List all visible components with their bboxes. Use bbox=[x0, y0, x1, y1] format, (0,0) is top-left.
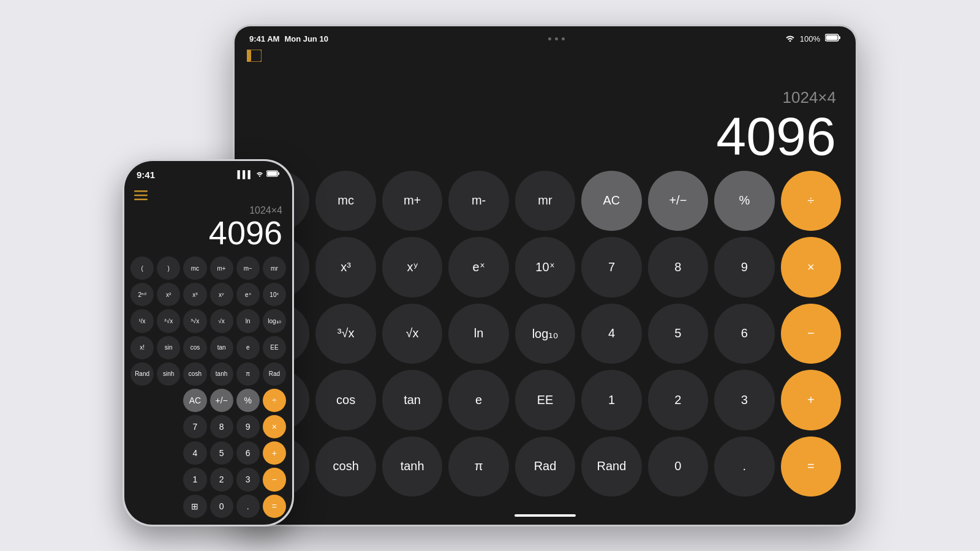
iphone-display: 1024×4 4096 bbox=[124, 205, 292, 254]
iphone-calc-button[interactable]: mc bbox=[183, 257, 206, 280]
iphone-calc-button[interactable]: 10ˣ bbox=[263, 283, 286, 306]
ipad-calc-button[interactable]: 8 bbox=[648, 237, 708, 297]
ipad-calc-button[interactable]: % bbox=[714, 171, 774, 231]
ipad-calc-button[interactable]: 7 bbox=[581, 237, 641, 297]
iphone-calc-button[interactable]: EE bbox=[263, 336, 286, 359]
ipad-calc-button[interactable]: ln bbox=[448, 304, 508, 364]
ipad-calc-button[interactable]: = bbox=[781, 437, 841, 497]
iphone-calc-button[interactable]: cos bbox=[183, 336, 206, 359]
ipad-calc-button[interactable]: m+ bbox=[382, 171, 442, 231]
iphone-calc-button[interactable]: ÷ bbox=[263, 389, 286, 412]
iphone-calc-button[interactable]: AC bbox=[183, 389, 206, 412]
iphone-calc-button[interactable]: Rand bbox=[130, 362, 154, 386]
iphone-calc-button[interactable]: 3 bbox=[236, 468, 260, 491]
iphone-calc-button[interactable]: ³√x bbox=[183, 309, 206, 332]
ipad-calc-button[interactable]: tan bbox=[382, 370, 442, 430]
iphone-calc-button[interactable]: 2ⁿᵈ bbox=[130, 283, 154, 306]
ipad-calc-button[interactable]: Rad bbox=[515, 437, 575, 497]
ipad-calc-button[interactable]: Rand bbox=[581, 437, 641, 497]
ipad-calc-button[interactable]: AC bbox=[581, 171, 641, 231]
iphone-calc-button[interactable]: tanh bbox=[210, 362, 233, 386]
iphone-calc-button[interactable]: eˣ bbox=[236, 283, 260, 306]
ipad-calc-button[interactable]: − bbox=[781, 304, 841, 364]
ipad-calc-button[interactable]: 2 bbox=[648, 370, 708, 430]
ipad-calc-button[interactable]: eˣ bbox=[448, 237, 508, 297]
iphone-calc-button[interactable]: 4 bbox=[183, 441, 206, 465]
ipad-calc-button[interactable]: x³ bbox=[315, 237, 375, 297]
svg-rect-7 bbox=[278, 172, 280, 174]
ipad-calc-button[interactable]: e bbox=[448, 370, 508, 430]
iphone-calc-button[interactable]: % bbox=[236, 389, 260, 412]
iphone-calc-button[interactable]: xʸ bbox=[210, 283, 233, 306]
iphone-calc-button[interactable]: e bbox=[236, 336, 260, 359]
ipad-toolbar bbox=[235, 46, 856, 68]
iphone-calc-button[interactable]: π bbox=[236, 362, 260, 386]
ipad-calc-button[interactable]: 4 bbox=[581, 304, 641, 364]
ipad-calc-button[interactable]: π bbox=[448, 437, 508, 497]
iphone-result: 4096 bbox=[209, 216, 282, 249]
ipad-calc-button[interactable]: √x bbox=[382, 304, 442, 364]
ipad-calc-button[interactable]: +/− bbox=[648, 171, 708, 231]
iphone-calc-button[interactable]: ⊞ bbox=[183, 495, 206, 518]
iphone-calc-button[interactable]: sinh bbox=[157, 362, 180, 386]
iphone-calc-button[interactable]: √x bbox=[210, 309, 233, 332]
iphone-calc-button[interactable]: x² bbox=[157, 283, 180, 306]
ipad-calc-button[interactable]: 0 bbox=[648, 437, 708, 497]
iphone-calc-button[interactable]: 6 bbox=[236, 441, 260, 465]
iphone-menu-icon[interactable] bbox=[124, 188, 292, 205]
iphone-calc-button[interactable]: ln bbox=[236, 309, 260, 332]
iphone-home-indicator bbox=[124, 523, 292, 525]
iphone-calc-button[interactable]: m− bbox=[236, 257, 260, 280]
iphone-calc-button[interactable]: 7 bbox=[183, 415, 206, 438]
ipad-calc-button[interactable]: m- bbox=[448, 171, 508, 231]
iphone-calc-button[interactable]: x³ bbox=[183, 283, 206, 306]
iphone-calc-button[interactable]: ) bbox=[157, 257, 180, 280]
iphone-calc-button[interactable]: ²√x bbox=[157, 309, 180, 332]
iphone-calc-button[interactable]: 9 bbox=[236, 415, 260, 438]
ipad-calc-button[interactable]: 9 bbox=[714, 237, 774, 297]
iphone-calc-button[interactable]: 1 bbox=[183, 468, 206, 491]
ipad-calc-button[interactable]: cosh bbox=[315, 437, 375, 497]
ipad-calc-button[interactable]: EE bbox=[515, 370, 575, 430]
ipad-calc-button[interactable]: mr bbox=[515, 171, 575, 231]
ipad-result: 4096 bbox=[716, 110, 836, 163]
ipad-calc-button[interactable]: + bbox=[781, 370, 841, 430]
ipad-calc-button[interactable]: 3 bbox=[714, 370, 774, 430]
iphone-calc-button[interactable]: sin bbox=[157, 336, 180, 359]
ipad-calc-button[interactable]: 6 bbox=[714, 304, 774, 364]
ipad-calc-button[interactable]: xʸ bbox=[382, 237, 442, 297]
ipad-expression: 1024×4 bbox=[783, 88, 836, 107]
iphone-calc-button[interactable]: ( bbox=[130, 257, 154, 280]
iphone-calc-button[interactable]: ¹/x bbox=[130, 309, 154, 332]
iphone-calc-button[interactable]: x! bbox=[130, 336, 154, 359]
ipad-calc-button[interactable]: 5 bbox=[648, 304, 708, 364]
sidebar-toggle-icon[interactable] bbox=[247, 48, 266, 63]
ipad-calc-button[interactable]: cos bbox=[315, 370, 375, 430]
ipad-calc-button[interactable]: tanh bbox=[382, 437, 442, 497]
iphone-calc-button[interactable]: = bbox=[263, 495, 286, 518]
iphone-calc-button[interactable]: . bbox=[236, 495, 260, 518]
iphone-calc-button[interactable]: + bbox=[263, 441, 286, 465]
ipad-calc-button[interactable]: ³√x bbox=[315, 304, 375, 364]
iphone-calc-button[interactable]: 5 bbox=[210, 441, 233, 465]
iphone-calc-button[interactable]: mr bbox=[263, 257, 286, 280]
ipad-calc-button[interactable]: 10ˣ bbox=[515, 237, 575, 297]
iphone-calc-button[interactable]: 2 bbox=[210, 468, 233, 491]
ipad-calc-button[interactable]: ÷ bbox=[781, 171, 841, 231]
iphone-calc-button[interactable]: × bbox=[263, 415, 286, 438]
iphone-calc-button[interactable]: +/− bbox=[210, 389, 233, 412]
ipad-calc-button[interactable]: . bbox=[714, 437, 774, 497]
ipad-device: 9:41 AM Mon Jun 10 100% bbox=[233, 24, 858, 527]
iphone-calc-button[interactable]: 0 bbox=[210, 495, 233, 518]
ipad-calc-button[interactable]: × bbox=[781, 237, 841, 297]
iphone-calc-button[interactable]: Rad bbox=[263, 362, 286, 386]
ipad-calc-button[interactable]: 1 bbox=[581, 370, 641, 430]
ipad-calc-button[interactable]: log₁₀ bbox=[515, 304, 575, 364]
iphone-calc-button[interactable]: cosh bbox=[183, 362, 206, 386]
iphone-calc-button[interactable]: tan bbox=[210, 336, 233, 359]
iphone-calc-button[interactable]: 8 bbox=[210, 415, 233, 438]
ipad-calc-button[interactable]: mc bbox=[315, 171, 375, 231]
iphone-calc-button[interactable]: − bbox=[263, 468, 286, 491]
iphone-calc-button[interactable]: log₁₀ bbox=[263, 309, 286, 332]
iphone-calc-button[interactable]: m+ bbox=[210, 257, 233, 280]
